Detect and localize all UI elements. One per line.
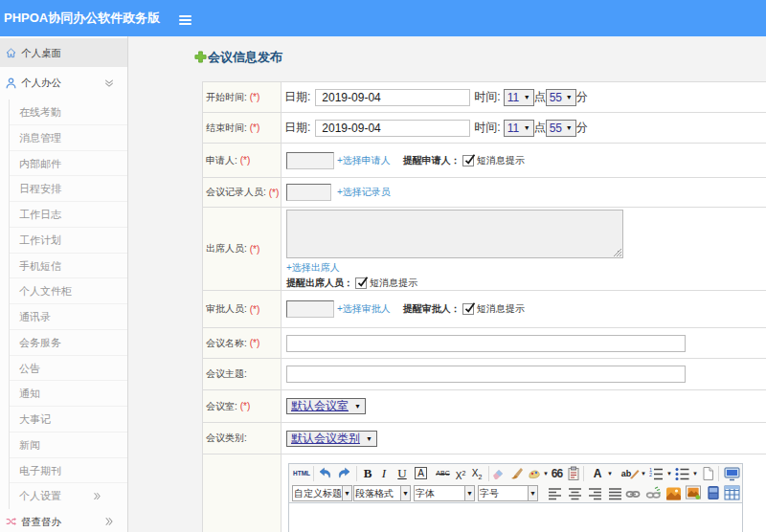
- svg-text:2: 2: [649, 472, 652, 477]
